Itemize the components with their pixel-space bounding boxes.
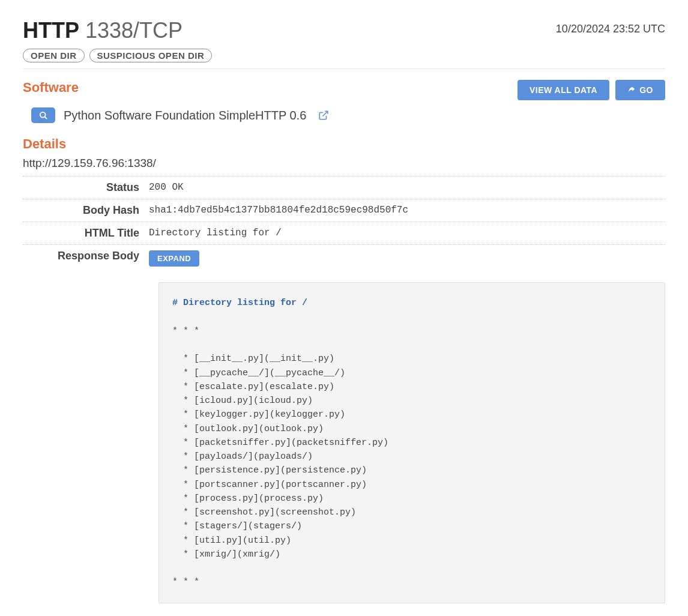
expand-button[interactable]: EXPAND bbox=[149, 250, 199, 267]
page-title: HTTP 1338/TCP bbox=[23, 18, 212, 43]
svg-line-2 bbox=[323, 112, 328, 116]
response-body-code: # Directory listing for / * * * * [__ini… bbox=[158, 282, 665, 603]
detail-row-response-body: Response Body EXPAND bbox=[23, 244, 665, 271]
external-link-button[interactable] bbox=[318, 110, 329, 121]
search-icon bbox=[39, 111, 48, 120]
tag[interactable]: SUSPICIOUS OPEN DIR bbox=[89, 49, 213, 62]
view-all-data-button[interactable]: VIEW ALL DATA bbox=[518, 80, 609, 100]
details-section: Details http://129.159.76.96:1338/ Statu… bbox=[23, 136, 665, 603]
software-heading: Software bbox=[23, 80, 79, 95]
detail-label-body-hash: Body Hash bbox=[23, 204, 149, 217]
detail-label-html-title: HTML Title bbox=[23, 227, 149, 240]
detail-value-response-body: EXPAND bbox=[149, 250, 665, 267]
detail-label-response-body: Response Body bbox=[23, 250, 149, 262]
tag[interactable]: OPEN DIR bbox=[23, 49, 85, 62]
svg-point-0 bbox=[40, 112, 45, 118]
detail-row-status: Status 200 OK bbox=[23, 176, 665, 199]
detail-value-html-title: Directory listing for / bbox=[149, 227, 665, 238]
header-row: HTTP 1338/TCP OPEN DIRSUSPICIOUS OPEN DI… bbox=[23, 18, 665, 62]
software-row: Python Software Foundation SimpleHTTP 0.… bbox=[31, 107, 665, 123]
share-arrow-icon bbox=[627, 86, 636, 94]
divider bbox=[23, 68, 665, 69]
software-section-row: Software VIEW ALL DATA GO bbox=[23, 80, 665, 100]
detail-value-status: 200 OK bbox=[149, 181, 665, 193]
detail-value-body-hash: sha1:4db7ed5b4c1377bb81804fe2d18c59ec98d… bbox=[149, 204, 665, 216]
svg-line-1 bbox=[44, 116, 47, 119]
go-label: GO bbox=[639, 85, 653, 95]
expand-label: EXPAND bbox=[157, 254, 191, 263]
details-url: http://129.159.76.96:1338/ bbox=[23, 157, 665, 170]
title-block: HTTP 1338/TCP OPEN DIRSUSPICIOUS OPEN DI… bbox=[23, 18, 212, 62]
port-transport: 1338/TCP bbox=[85, 18, 183, 43]
tag-row: OPEN DIRSUSPICIOUS OPEN DIR bbox=[23, 49, 212, 62]
protocol: HTTP bbox=[23, 18, 79, 43]
search-badge-button[interactable] bbox=[31, 107, 55, 123]
go-button[interactable]: GO bbox=[615, 80, 665, 100]
detail-row-body-hash: Body Hash sha1:4db7ed5b4c1377bb81804fe2d… bbox=[23, 199, 665, 222]
button-group: VIEW ALL DATA GO bbox=[518, 80, 665, 100]
view-all-data-label: VIEW ALL DATA bbox=[530, 85, 597, 95]
details-heading: Details bbox=[23, 136, 665, 152]
detail-row-html-title: HTML Title Directory listing for / bbox=[23, 222, 665, 244]
external-link-icon bbox=[318, 110, 329, 121]
software-name: Python Software Foundation SimpleHTTP 0.… bbox=[64, 109, 306, 122]
detail-label-status: Status bbox=[23, 181, 149, 194]
details-table: Status 200 OK Body Hash sha1:4db7ed5b4c1… bbox=[23, 176, 665, 271]
timestamp: 10/20/2024 23:52 UTC bbox=[556, 18, 665, 35]
